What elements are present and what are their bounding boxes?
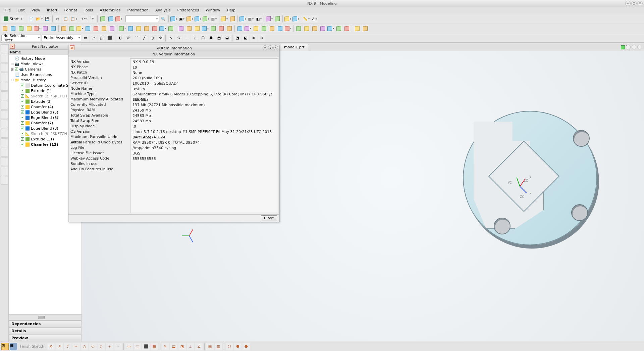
tool-button[interactable]: ∠ [311,15,318,23]
feature-tool-button[interactable] [327,25,334,32]
tool-button[interactable]: ◧ [255,15,263,23]
checkbox-icon[interactable]: ✔ [21,127,24,130]
feature-tool-button[interactable] [135,25,142,32]
expand-icon[interactable]: ⊞ [11,67,14,72]
selection-tool-button[interactable]: ↗ [90,34,97,42]
sketch-tool-button[interactable]: ⬡ [226,343,233,350]
menu-tools[interactable]: Tools [81,7,96,13]
tool-button[interactable] [239,15,247,23]
tool-button[interactable] [170,15,177,23]
feature-tool-button[interactable] [268,25,276,32]
feature-tool-button[interactable] [60,25,67,32]
menu-insert[interactable]: Insert [44,7,60,13]
window-maximize-button[interactable]: ◻ [631,1,637,6]
menu-information[interactable]: Information [124,7,151,13]
navigator-hscroll[interactable] [9,314,82,320]
feature-tool-button[interactable] [276,25,284,32]
viewport-maximize-button[interactable] [632,45,636,49]
checkbox-icon[interactable]: ✔ [21,116,24,119]
resource-tab-button[interactable] [1,110,8,119]
menu-format[interactable]: Format [61,7,80,13]
redo-button[interactable]: ↷ [89,15,96,23]
sketch-tool-button[interactable]: ⬣ [243,343,250,350]
feature-tool-button[interactable] [17,25,25,32]
checkbox-icon[interactable]: ✔ [21,105,24,108]
tool-button[interactable] [107,15,114,23]
feature-tool-button[interactable] [119,25,126,32]
resource-tab-button[interactable] [1,91,8,100]
preview-pane-header[interactable]: Preview [9,335,81,341]
feature-tool-button[interactable] [335,25,342,32]
viewport-close-button[interactable] [637,45,642,49]
details-pane-header[interactable]: Details [9,327,81,334]
feature-tool-button[interactable] [151,25,158,32]
col-name[interactable]: Name [9,50,71,55]
checkbox-icon[interactable]: ✔ [21,132,24,135]
menu-edit[interactable]: Edit [15,7,27,13]
feature-tool-button[interactable] [194,25,201,32]
feature-tool-button[interactable] [210,25,217,32]
checkbox-icon[interactable]: ✔ [15,68,18,71]
sketch-tool-button[interactable]: · [114,343,122,350]
resource-tab-button[interactable] [1,54,8,62]
sketch-tool-button[interactable]: ↗ [56,343,63,350]
selection-tool-button[interactable]: ∿ [167,34,174,42]
tool-button[interactable] [266,15,273,23]
feature-tool-button[interactable] [319,25,326,32]
selection-tool-button[interactable]: ○ [149,34,156,42]
feature-tool-button[interactable] [143,25,150,32]
save-button[interactable]: 💾 [44,15,51,23]
feature-tool-button[interactable] [343,25,351,32]
sketch-tool-button[interactable]: ⬭ [89,343,97,350]
feature-tool-button[interactable] [1,25,9,32]
selection-tool-button[interactable]: ⬚ [98,34,105,42]
menu-analysis[interactable]: Analysis [153,7,173,13]
resource-tab-button[interactable] [1,44,8,53]
selection-tool-button[interactable]: ⬗ [258,34,265,42]
feature-tool-button[interactable] [177,25,185,32]
selection-scope-combo[interactable]: Entire Assembly [42,35,81,41]
feature-tool-button[interactable] [50,25,57,32]
dialog-minimize-button[interactable]: ▾ [263,45,267,50]
sketch-tool-button[interactable]: ▥ [215,343,222,350]
navigator-close-button[interactable]: ✕ [10,44,15,49]
resource-tab-button[interactable] [1,82,8,91]
feature-tool-button[interactable] [303,25,310,32]
menu-view[interactable]: View [29,7,43,13]
checkbox-icon[interactable]: ✔ [21,121,24,125]
selection-tool-button[interactable]: ⬓ [223,34,231,42]
dialog-maximize-button[interactable]: ▴ [268,45,273,50]
checkbox-icon[interactable]: ✔ [21,84,24,87]
sketch-tool-button[interactable]: ⟂ [187,343,194,350]
feature-tool-button[interactable] [236,25,244,32]
checkbox-icon[interactable]: ✔ [21,100,24,103]
expand-icon[interactable]: ⊞ [11,62,14,66]
resource-tab-button[interactable] [1,176,8,185]
feature-tool-button[interactable] [159,25,166,32]
sketch-tool-button[interactable]: ✎ [162,343,169,350]
feature-tool-button[interactable] [84,25,92,32]
expand-icon[interactable]: ⊟ [11,78,14,82]
tool-button[interactable] [229,15,236,23]
sketch-tool-button[interactable]: ＋ [106,343,113,350]
selection-tool-button[interactable]: ⬕ [242,34,249,42]
window-close-button[interactable]: ✕ [637,1,643,6]
feature-tool-button[interactable] [68,25,75,32]
command-finder[interactable] [125,15,159,22]
cut-button[interactable]: ✂ [54,15,61,23]
sketch-tool-button[interactable]: ⬯ [98,343,105,350]
menu-file[interactable]: File [2,7,13,13]
tool-button[interactable] [284,15,291,23]
selection-filter-combo[interactable]: No Selection Filter [1,35,41,41]
feature-tool-button[interactable] [92,25,100,32]
dialog-sys-close-button[interactable]: ✕ [70,45,74,50]
sketch-tool-button[interactable]: ⬔ [178,343,186,350]
feature-tool-button[interactable] [185,25,193,32]
tool-button[interactable] [292,15,300,23]
sketch-tool-button[interactable]: ▭ [125,343,133,350]
finish-sketch-button[interactable]: Finish Sketch [18,343,46,350]
undo-button[interactable]: ↶ [80,15,88,23]
feature-tool-button[interactable] [218,25,225,32]
resource-tab-button[interactable] [1,148,8,157]
menu-assemblies[interactable]: Assemblies [97,7,123,13]
